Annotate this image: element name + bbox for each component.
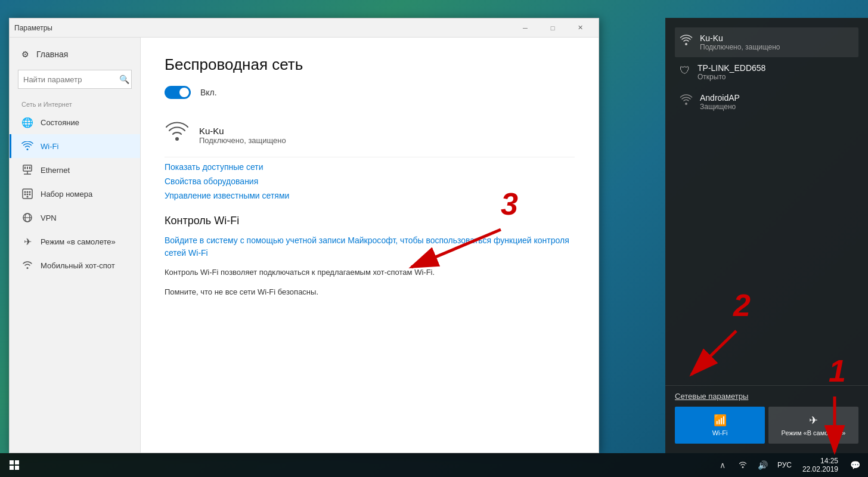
title-bar: Параметры ─ □ ✕: [10, 18, 599, 38]
network-settings-link[interactable]: Сетевые параметры: [675, 392, 858, 401]
page-title: Беспроводная сеть: [165, 55, 575, 74]
manage-networks-link[interactable]: Управление известными сетями: [165, 191, 289, 200]
toggle-label: Вкл.: [200, 88, 217, 97]
notification-icon[interactable]: 💬: [845, 453, 864, 477]
airplane-tile-icon: ✈: [773, 414, 854, 427]
svg-point-11: [27, 194, 29, 196]
flyout-wifi-icon-3: [680, 94, 693, 109]
network-info: Ku-Ku Подключено, защищено: [199, 126, 286, 145]
search-button[interactable]: 🔍: [119, 75, 129, 84]
main-content: Беспроводная сеть Вкл.: [141, 38, 599, 453]
search-box: 🔍: [18, 70, 132, 89]
language-indicator[interactable]: РУС: [774, 461, 795, 469]
taskbar-network-icon[interactable]: [733, 453, 752, 477]
network-flyout: Ku-Ku Подключено, защищено 🛡 TP-LINK_EDD…: [665, 18, 868, 453]
taskbar-chevron[interactable]: ∧: [713, 453, 732, 477]
svg-point-13: [27, 196, 29, 198]
hotspot-label: Мобильный хот-спот: [41, 261, 115, 270]
flyout-ku-ku-name: Ku-Ku: [700, 33, 780, 43]
flyout-network-androidap[interactable]: AndroidAP Защищено: [675, 87, 858, 117]
svg-rect-18: [15, 460, 19, 464]
flyout-action-tiles: 📶 Wi-Fi ✈ Режим «В самолете»: [675, 407, 858, 444]
sidebar-home[interactable]: ⚙ Главная: [10, 44, 140, 65]
sidebar-item-wifi[interactable]: Wi-Fi: [10, 134, 140, 158]
taskbar: ∧ 🔊 РУС 14:25 22.02.2019 💬: [0, 453, 868, 477]
close-button[interactable]: ✕: [566, 18, 594, 38]
sidebar-item-vpn[interactable]: VPN: [10, 206, 140, 230]
svg-rect-17: [10, 460, 14, 464]
flyout-network-tp-link[interactable]: 🛡 TP-LINK_EDD658 Открыто: [675, 57, 858, 87]
show-networks-link[interactable]: Показать доступные сети: [165, 162, 264, 172]
wifi-tile-label: Wi-Fi: [712, 429, 728, 436]
sidebar-item-ethernet[interactable]: Ethernet: [10, 158, 140, 182]
svg-point-8: [27, 191, 29, 193]
ethernet-label: Ethernet: [41, 166, 70, 175]
minimize-button[interactable]: ─: [512, 18, 539, 38]
sidebar-item-airplane[interactable]: ✈ Режим «в самолете»: [10, 230, 140, 253]
taskbar-volume-icon[interactable]: 🔊: [754, 453, 773, 477]
airplane-icon: ✈: [21, 236, 33, 247]
svg-point-9: [29, 191, 31, 193]
clock-date: 22.02.2019: [802, 465, 838, 473]
network-card: Ku-Ku Подключено, защищено: [165, 113, 575, 157]
flyout-shield-icon: 🛡: [680, 64, 690, 77]
wifi-sense-title: Контроль Wi-Fi: [165, 215, 575, 227]
window-body: ⚙ Главная 🔍 Сеть и Интернет 🌐 Состояние: [10, 38, 599, 453]
wifi-sense-link[interactable]: Войдите в систему с помощью учетной запи…: [165, 234, 575, 259]
wifi-sense-desc2: Помните, что не все сети Wi-Fi безопасны…: [165, 286, 575, 299]
settings-window: Параметры ─ □ ✕ ⚙ Главная 🔍 Сеть и Интер…: [9, 18, 599, 453]
flyout-androidap-info: AndroidAP Защищено: [700, 93, 740, 111]
globe-icon: 🌐: [21, 116, 33, 128]
flyout-androidap-status: Защищено: [700, 103, 740, 111]
flyout-tp-link-status: Открыто: [698, 73, 765, 81]
wifi-label: Wi-Fi: [41, 142, 58, 151]
airplane-tile[interactable]: ✈ Режим «В самолете»: [768, 407, 858, 444]
title-bar-controls: ─ □ ✕: [512, 18, 594, 38]
status-label: Состояние: [41, 118, 79, 127]
flyout-bottom: Сетевые параметры 📶 Wi-Fi ✈ Режим «В сам…: [665, 385, 868, 453]
wifi-toggle-row: Вкл.: [165, 86, 575, 99]
network-status: Подключено, защищено: [199, 136, 286, 145]
desktop: Параметры ─ □ ✕ ⚙ Главная 🔍 Сеть и Интер…: [0, 0, 868, 477]
airplane-label: Режим «в самолете»: [41, 237, 116, 246]
dialup-label: Набор номера: [41, 190, 92, 199]
airplane-tile-label: Режим «В самолете»: [782, 429, 846, 436]
sidebar-item-status[interactable]: 🌐 Состояние: [10, 110, 140, 134]
svg-point-12: [29, 194, 31, 196]
hotspot-icon: [21, 259, 33, 271]
wifi-tile-icon: 📶: [680, 414, 760, 427]
wifi-toggle[interactable]: [165, 86, 191, 99]
network-name: Ku-Ku: [199, 126, 286, 136]
svg-rect-19: [10, 466, 14, 470]
ethernet-icon: [21, 164, 33, 176]
maximize-button[interactable]: □: [539, 18, 566, 38]
flyout-tp-link-info: TP-LINK_EDD658 Открыто: [698, 63, 765, 81]
section-label: Сеть и Интернет: [10, 94, 140, 110]
home-label: Главная: [36, 49, 68, 59]
flyout-androidap-name: AndroidAP: [700, 93, 740, 103]
adapter-properties-link[interactable]: Свойства оборудования: [165, 176, 258, 186]
flyout-network-ku-ku[interactable]: Ku-Ku Подключено, защищено: [675, 27, 858, 57]
taskbar-clock[interactable]: 14:25 22.02.2019: [796, 457, 844, 473]
dialup-icon: [21, 188, 33, 200]
wifi-tile[interactable]: 📶 Wi-Fi: [675, 407, 765, 444]
svg-rect-3: [24, 167, 26, 169]
sidebar-item-hotspot[interactable]: Мобильный хот-спот: [10, 253, 140, 277]
vpn-label: VPN: [41, 213, 57, 222]
sidebar-item-dialup[interactable]: Набор номера: [10, 182, 140, 206]
svg-point-10: [24, 194, 26, 196]
svg-rect-4: [27, 167, 28, 169]
window-title: Параметры: [14, 24, 52, 32]
svg-rect-5: [29, 167, 30, 169]
taskbar-right: ∧ 🔊 РУС 14:25 22.02.2019 💬: [713, 453, 868, 477]
wifi-icon: [21, 140, 33, 152]
taskbar-left: [0, 453, 29, 477]
clock-time: 14:25: [802, 457, 838, 465]
search-input[interactable]: [18, 70, 132, 89]
start-button[interactable]: [0, 453, 29, 477]
connected-wifi-icon: [165, 122, 190, 148]
flyout-ku-ku-info: Ku-Ku Подключено, защищено: [700, 33, 780, 51]
flyout-networks-list: Ku-Ku Подключено, защищено 🛡 TP-LINK_EDD…: [665, 18, 868, 385]
gear-icon: ⚙: [21, 49, 29, 59]
vpn-icon: [21, 212, 33, 224]
